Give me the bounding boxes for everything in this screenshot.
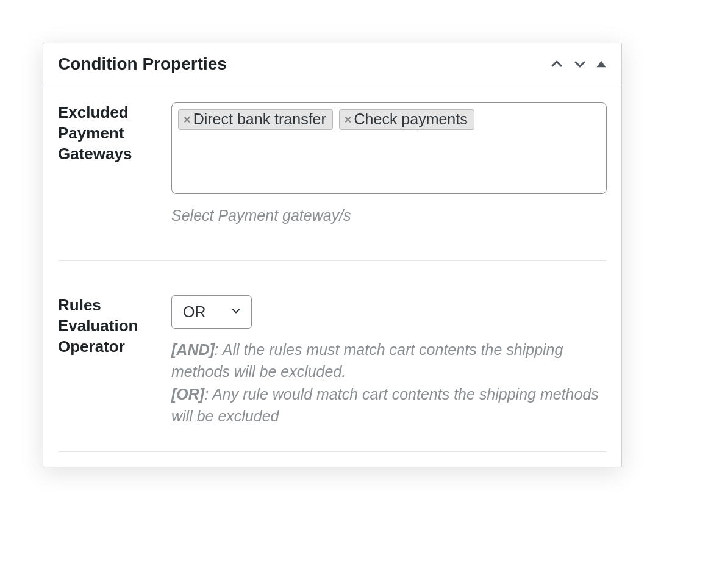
- excluded-gateways-multiselect[interactable]: × Direct bank transfer × Check payments: [171, 102, 607, 194]
- control-rules-operator: OR [AND]: All the rules must match cart …: [171, 295, 607, 427]
- gateway-tag: × Check payments: [339, 109, 474, 130]
- remove-tag-icon[interactable]: ×: [182, 113, 192, 126]
- gateway-tag: × Direct bank transfer: [178, 109, 333, 130]
- rules-operator-description: [AND]: All the rules must match cart con…: [171, 339, 607, 427]
- rules-operator-select[interactable]: OR: [171, 295, 252, 329]
- desc-and-key: [AND]: [171, 341, 215, 358]
- move-up-icon[interactable]: [549, 57, 564, 71]
- gateway-tag-label: Direct bank transfer: [193, 112, 326, 127]
- field-rules-operator: Rules Evaluation Operator OR [AND]: All …: [58, 261, 607, 452]
- excluded-gateways-helper: Select Payment gateway/s: [171, 205, 607, 226]
- panel-title: Condition Properties: [58, 54, 227, 74]
- field-excluded-gateways: Excluded Payment Gateways × Direct bank …: [58, 102, 607, 261]
- svg-marker-0: [597, 61, 606, 68]
- condition-properties-panel: Condition Properties Excluded Payment Ga…: [43, 43, 622, 467]
- desc-and-text: : All the rules must match cart contents…: [171, 341, 563, 380]
- panel-header: Condition Properties: [43, 43, 621, 85]
- desc-or-text: : Any rule would match cart contents the…: [171, 385, 599, 425]
- rules-operator-select-wrap: OR: [171, 295, 252, 329]
- rules-operator-value: OR: [183, 303, 206, 321]
- control-excluded-gateways: × Direct bank transfer × Check payments …: [171, 102, 607, 226]
- label-excluded-gateways: Excluded Payment Gateways: [58, 102, 163, 164]
- desc-or-key: [OR]: [171, 385, 204, 403]
- gateway-tag-label: Check payments: [354, 112, 468, 127]
- collapse-icon[interactable]: [596, 59, 607, 70]
- label-rules-operator: Rules Evaluation Operator: [58, 295, 163, 357]
- panel-body: Excluded Payment Gateways × Direct bank …: [43, 85, 621, 467]
- remove-tag-icon[interactable]: ×: [343, 113, 353, 126]
- move-down-icon[interactable]: [573, 57, 587, 71]
- header-controls: [549, 57, 607, 71]
